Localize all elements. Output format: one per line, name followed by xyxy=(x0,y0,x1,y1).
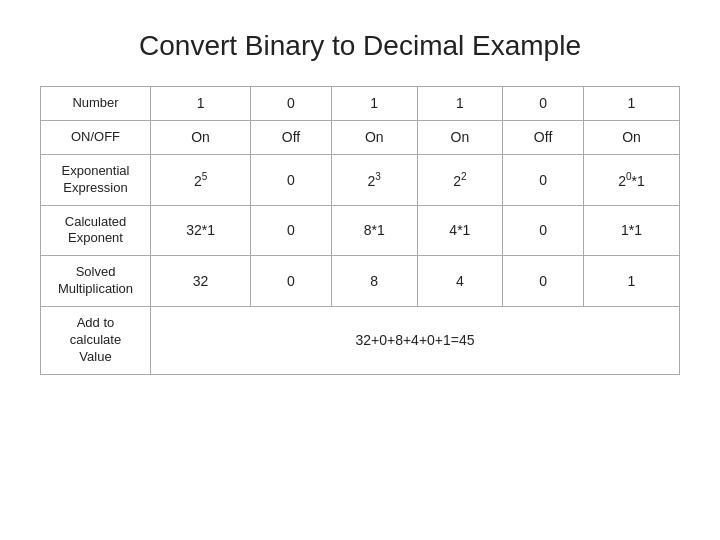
cell: 1*1 xyxy=(583,205,679,256)
cell: 0 xyxy=(503,256,584,307)
table-row: SolvedMultiplication 32 0 8 4 0 1 xyxy=(41,256,680,307)
cell: On xyxy=(331,120,417,154)
row-label-number: Number xyxy=(41,87,151,121)
row-label-onoff: ON/OFF xyxy=(41,120,151,154)
table-row: Add tocalculateValue 32+0+8+4+0+1=45 xyxy=(41,307,680,375)
cell: 4 xyxy=(417,256,503,307)
table-row: ON/OFF On Off On On Off On xyxy=(41,120,680,154)
row-label-exponential: ExponentialExpression xyxy=(41,154,151,205)
table-row: Number 1 0 1 1 0 1 xyxy=(41,87,680,121)
cell-sum: 32+0+8+4+0+1=45 xyxy=(151,307,680,375)
cell: 1 xyxy=(417,87,503,121)
cell: 8 xyxy=(331,256,417,307)
cell: 25 xyxy=(151,154,251,205)
cell: 0 xyxy=(251,87,332,121)
cell: Off xyxy=(251,120,332,154)
cell: 22 xyxy=(417,154,503,205)
conversion-table: Number 1 0 1 1 0 1 ON/OFF On Off On On O… xyxy=(40,86,680,375)
table-row: ExponentialExpression 25 0 23 22 0 20*1 xyxy=(41,154,680,205)
cell: 0 xyxy=(503,154,584,205)
cell: 4*1 xyxy=(417,205,503,256)
cell: 0 xyxy=(503,87,584,121)
cell: Off xyxy=(503,120,584,154)
cell: 1 xyxy=(331,87,417,121)
cell: 0 xyxy=(503,205,584,256)
cell: 23 xyxy=(331,154,417,205)
cell: 1 xyxy=(583,87,679,121)
cell: On xyxy=(583,120,679,154)
table-row: CalculatedExponent 32*1 0 8*1 4*1 0 1*1 xyxy=(41,205,680,256)
row-label-calculated-exponent: CalculatedExponent xyxy=(41,205,151,256)
cell: 32*1 xyxy=(151,205,251,256)
cell: 8*1 xyxy=(331,205,417,256)
cell: 0 xyxy=(251,256,332,307)
cell: 0 xyxy=(251,205,332,256)
row-label-solved-multiplication: SolvedMultiplication xyxy=(41,256,151,307)
cell: 1 xyxy=(583,256,679,307)
cell: 20*1 xyxy=(583,154,679,205)
cell: On xyxy=(151,120,251,154)
cell: 1 xyxy=(151,87,251,121)
cell: 0 xyxy=(251,154,332,205)
page-title: Convert Binary to Decimal Example xyxy=(139,30,581,62)
cell: 32 xyxy=(151,256,251,307)
cell: On xyxy=(417,120,503,154)
row-label-add-to-calculate: Add tocalculateValue xyxy=(41,307,151,375)
